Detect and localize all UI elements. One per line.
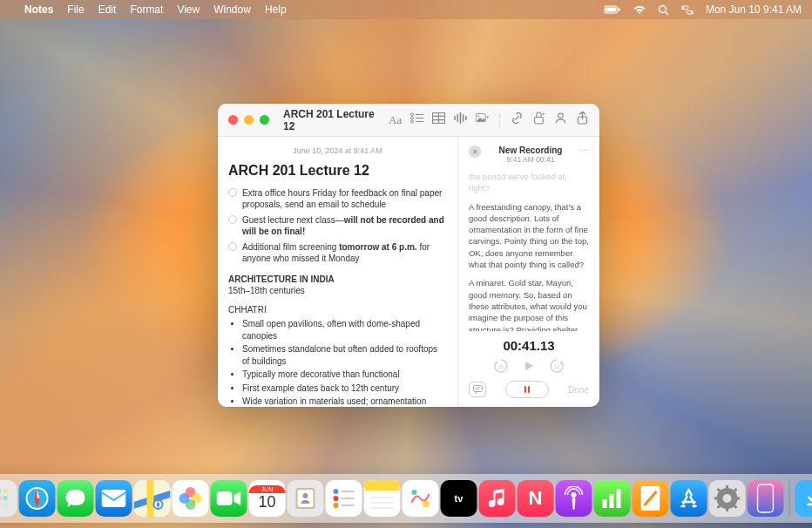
note-body[interactable]: June 10, 2024 at 9:41 AM ARCH 201 Lectur…: [218, 137, 457, 407]
dock-calendar[interactable]: JUN10: [249, 480, 286, 517]
transcript-paragraph: A minaret. Gold star, Mayuri, good memor…: [469, 277, 589, 331]
svg-rect-80: [610, 494, 614, 508]
list-item: Small open pavilions, often with dome-sh…: [242, 318, 447, 342]
dock-reminders[interactable]: [326, 480, 362, 517]
svg-rect-77: [423, 501, 430, 507]
window-menu[interactable]: Window: [213, 3, 251, 16]
svg-point-6: [682, 6, 684, 8]
close-panel-button[interactable]: ✕: [469, 146, 481, 158]
recording-panel-subtitle: 9:41 AM 00:41: [488, 155, 573, 164]
svg-rect-93: [758, 484, 774, 512]
play-button[interactable]: [521, 358, 537, 374]
zoom-window-button[interactable]: [260, 115, 269, 125]
section-subheading: 15th–18th centuries: [228, 285, 447, 297]
edit-menu[interactable]: Edit: [98, 3, 117, 16]
clock[interactable]: Mon Jun 10 9:41 AM: [706, 3, 802, 16]
spotlight-icon[interactable]: [658, 4, 669, 16]
app-menu[interactable]: Notes: [24, 3, 53, 16]
dock-mail[interactable]: [96, 480, 132, 517]
dock-contacts[interactable]: [288, 480, 324, 517]
transcript-paragraph: A freestanding canopy, that's a good des…: [469, 201, 589, 271]
svg-point-3: [659, 5, 666, 12]
list-item: Typically more decorative than functiona…: [242, 369, 447, 381]
dock-launchpad[interactable]: [0, 480, 17, 517]
svg-line-90: [734, 504, 737, 508]
transcript[interactable]: the period we've looked at, right? A fre…: [469, 171, 589, 331]
svg-point-8: [691, 11, 693, 13]
checklist-item[interactable]: Extra office hours Friday for feedback o…: [228, 187, 447, 211]
collaborate-button[interactable]: [554, 112, 567, 128]
dock-notes[interactable]: [364, 480, 401, 517]
checklist-item[interactable]: Guest lecture next class—will not be rec…: [228, 214, 447, 238]
view-menu[interactable]: View: [177, 3, 200, 16]
control-center-icon[interactable]: [681, 5, 694, 15]
lock-button[interactable]: [532, 112, 545, 128]
checkbox-empty-icon[interactable]: [228, 188, 237, 197]
svg-rect-1: [605, 8, 616, 12]
format-text-button[interactable]: Aa: [389, 113, 402, 126]
svg-point-25: [478, 116, 480, 118]
format-menu[interactable]: Format: [130, 3, 163, 16]
dock-appstore[interactable]: [671, 480, 707, 517]
dock-messages[interactable]: [58, 480, 94, 517]
svg-rect-49: [3, 503, 8, 507]
dock-photos[interactable]: [173, 480, 209, 517]
svg-text:15: 15: [498, 364, 504, 369]
dock-podcasts[interactable]: [556, 480, 592, 517]
skip-forward-button[interactable]: 10: [549, 358, 565, 374]
section-heading: ARCHITECTURE IN INDIA: [228, 274, 447, 286]
minimize-window-button[interactable]: [244, 115, 254, 125]
pause-recording-button[interactable]: [505, 381, 549, 398]
svg-point-67: [334, 503, 339, 508]
svg-rect-59: [217, 491, 233, 505]
share-button[interactable]: [576, 112, 589, 128]
notes-window: ARCH 201 Lecture 12 Aa June 10, 2024 at …: [218, 104, 599, 407]
bullet-list: Small open pavilions, often with dome-sh…: [228, 318, 447, 407]
dock-safari[interactable]: [19, 480, 56, 517]
link-button[interactable]: [511, 112, 524, 128]
checkbox-empty-icon[interactable]: [228, 215, 237, 224]
transcript-line: the period we've looked at, right?: [469, 171, 589, 194]
transcript-toggle-button[interactable]: [469, 382, 486, 397]
media-button[interactable]: [476, 112, 489, 128]
done-button[interactable]: Done: [568, 385, 589, 395]
close-window-button[interactable]: [228, 115, 238, 125]
svg-rect-46: [3, 496, 8, 500]
dock-facetime[interactable]: [211, 480, 247, 517]
audio-button[interactable]: [454, 112, 467, 128]
dock-news[interactable]: N: [518, 480, 554, 517]
help-menu[interactable]: Help: [265, 3, 287, 16]
checklist-button[interactable]: [410, 112, 423, 128]
battery-icon[interactable]: [604, 5, 621, 14]
svg-line-89: [718, 489, 721, 492]
window-titlebar[interactable]: ARCH 201 Lecture 12 Aa: [218, 104, 599, 137]
menubar: Notes File Edit Format View Window Help …: [0, 0, 812, 19]
note-timestamp: June 10, 2024 at 9:41 AM: [228, 146, 447, 156]
svg-rect-38: [473, 386, 482, 392]
checkbox-empty-icon[interactable]: [228, 242, 237, 251]
svg-rect-26: [535, 117, 544, 124]
dock-pages[interactable]: [633, 480, 669, 517]
wifi-icon[interactable]: [633, 5, 646, 15]
checklist: Extra office hours Friday for feedback o…: [228, 187, 447, 265]
dock-freeform[interactable]: [403, 480, 439, 517]
more-options-button[interactable]: ⋯: [580, 146, 589, 155]
file-menu[interactable]: File: [67, 3, 84, 16]
table-button[interactable]: [432, 112, 445, 128]
dock-tv[interactable]: tv: [441, 480, 477, 517]
dock-settings[interactable]: [709, 480, 746, 517]
calendar-day: 10: [258, 493, 275, 511]
checklist-item[interactable]: Additional film screening tomorrow at 6 …: [228, 241, 447, 265]
window-title: ARCH 201 Lecture 12: [283, 108, 382, 132]
skip-back-button[interactable]: 15: [493, 358, 509, 374]
dock-numbers[interactable]: [594, 480, 631, 517]
recording-timer: 00:41.13: [469, 338, 589, 353]
dock-music[interactable]: [479, 480, 516, 517]
svg-point-9: [411, 113, 414, 116]
dock: JUN10 tv N: [0, 474, 812, 523]
dock-maps[interactable]: [134, 480, 171, 517]
svg-rect-42: [0, 489, 1, 493]
dock-iphone-mirroring[interactable]: [748, 480, 784, 517]
dock-downloads[interactable]: [795, 480, 813, 517]
pause-icon: [524, 386, 530, 393]
